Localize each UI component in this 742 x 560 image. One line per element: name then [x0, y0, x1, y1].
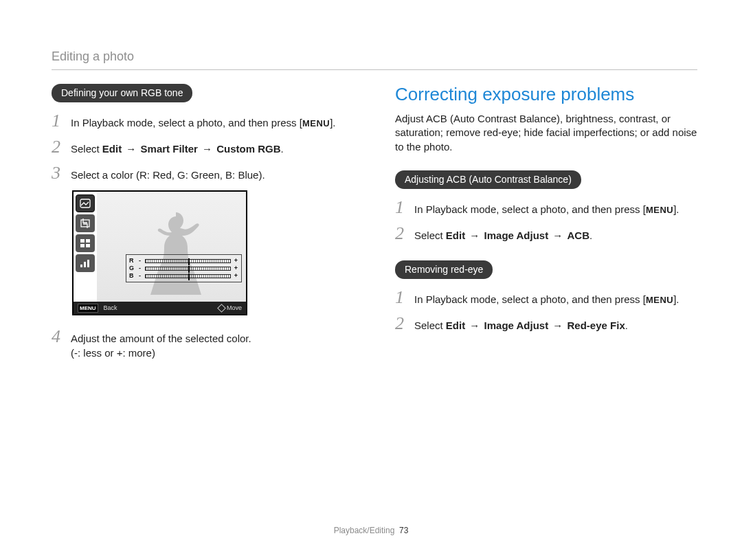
step-text: In Playback mode, select a photo, and th…	[414, 292, 679, 306]
text: Select	[414, 320, 446, 331]
right-column: Correcting exposure problems Adjust ACB …	[395, 84, 697, 368]
rgb-label-b: B	[129, 272, 135, 280]
text: Select	[71, 143, 102, 155]
footer-page: 73	[399, 526, 408, 535]
lcd-toolbar	[74, 192, 97, 302]
rgb-row: R - +	[129, 257, 238, 265]
lcd-canvas: R - + G - +	[97, 192, 246, 302]
text: .	[625, 320, 628, 331]
arrow-icon: →	[198, 143, 216, 155]
footer-move-label: Move	[227, 304, 242, 311]
step-number: 1	[52, 112, 64, 130]
step-text: Select Edit → Image Adjust → Red-eye Fix…	[414, 318, 628, 333]
plus-icon: +	[234, 272, 238, 280]
left-step-row: 1 In Playback mode, select a photo, and …	[52, 112, 354, 130]
minus-icon: -	[137, 265, 142, 272]
minus-icon: -	[137, 257, 142, 265]
lcd-footer: MENU Back Move	[74, 302, 246, 314]
arrow-icon: →	[465, 320, 484, 331]
edit-label: Edit	[102, 143, 122, 155]
path-a: Image Adjust	[484, 229, 549, 241]
plus-icon: +	[234, 257, 238, 265]
rgb-slider	[145, 259, 231, 263]
svg-rect-0	[80, 199, 90, 208]
left-step-row: 2 Select Edit → Smart Filter → Custom RG…	[52, 138, 354, 156]
left-step-row: 4 Adjust the amount of the selected colo…	[52, 328, 354, 360]
text: .	[281, 143, 284, 155]
rgb-row: G - +	[129, 265, 238, 272]
step-number: 2	[395, 225, 407, 243]
text: In Playback mode, select a photo, and th…	[71, 117, 302, 128]
edit-label: Edit	[446, 320, 465, 331]
minus-icon: -	[137, 272, 142, 280]
text: Select	[414, 229, 446, 241]
subtext: (-: less or +: more)	[71, 347, 155, 359]
step-text: Select Edit → Smart Filter → Custom RGB.	[71, 142, 284, 156]
pill-redeye: Removing red-eye	[395, 260, 493, 279]
svg-rect-4	[80, 244, 85, 247]
svg-rect-7	[84, 262, 86, 267]
step-number: 4	[52, 328, 64, 346]
step-text: Select a color (R: Red, G: Green, B: Blu…	[71, 168, 265, 182]
svg-rect-5	[86, 244, 90, 247]
menu-key-icon: MENU	[78, 304, 98, 313]
right-step-row: 2 Select Edit → Image Adjust → ACB.	[395, 225, 697, 243]
svg-rect-3	[86, 239, 90, 243]
left-step-row: 3 Select a color (R: Red, G: Green, B: B…	[52, 164, 354, 182]
menu-key: MENU	[646, 205, 673, 215]
left-column: Defining your own RGB tone 1 In Playback…	[52, 84, 354, 368]
svg-rect-6	[80, 265, 82, 267]
footer-section: Playback/Editing	[334, 526, 395, 535]
page-footer: Playback/Editing 73	[0, 526, 742, 535]
menu-key: MENU	[302, 118, 330, 128]
text: In Playback mode, select a photo, and th…	[414, 293, 646, 305]
edit-label: Edit	[446, 229, 465, 241]
step-text: In Playback mode, select a photo, and th…	[71, 115, 336, 130]
intro-paragraph: Adjust ACB (Auto Contrast Balance), brig…	[395, 112, 697, 154]
step-number: 1	[395, 199, 407, 216]
text: ].	[673, 293, 679, 305]
pill-acb: Adjusting ACB (Auto Contrast Balance)	[395, 170, 581, 189]
tool-photo-icon	[76, 194, 95, 212]
header-rule	[52, 69, 697, 70]
path-a: Smart Filter	[141, 143, 198, 155]
step-number: 3	[52, 164, 64, 182]
menu-key: MENU	[646, 295, 673, 305]
plus-icon: +	[234, 265, 238, 272]
section-heading: Correcting exposure problems	[395, 84, 697, 105]
text: .	[589, 229, 592, 241]
text: ].	[330, 117, 335, 128]
arrow-icon: →	[548, 320, 567, 331]
page-header: Editing a photo	[52, 49, 697, 64]
tool-crop-icon	[76, 214, 95, 232]
tool-levels-icon	[76, 254, 95, 272]
dpad-icon	[217, 304, 226, 313]
step-text: In Playback mode, select a photo, and th…	[414, 202, 679, 216]
step-text: Adjust the amount of the selected color.…	[71, 331, 251, 360]
rgb-slider	[145, 274, 231, 278]
step-text: Select Edit → Image Adjust → ACB.	[414, 228, 592, 243]
rgb-row: B - +	[129, 272, 238, 280]
text: In Playback mode, select a photo, and th…	[414, 203, 646, 215]
right-step-row: 1 In Playback mode, select a photo, and …	[395, 289, 697, 306]
lcd-frame: R - + G - +	[72, 190, 247, 315]
arrow-icon: →	[122, 143, 140, 155]
lcd-screenshot: R - + G - +	[72, 190, 354, 315]
rgb-label-r: R	[129, 257, 135, 265]
path-b: Red-eye Fix	[567, 320, 625, 331]
text: ].	[673, 203, 679, 215]
svg-rect-8	[87, 260, 89, 267]
svg-rect-2	[80, 239, 85, 243]
path-b: Custom RGB	[216, 143, 280, 155]
tool-grid-icon	[76, 234, 95, 252]
step-number: 1	[395, 289, 407, 306]
step-number: 2	[52, 138, 64, 156]
arrow-icon: →	[548, 229, 567, 241]
person-silhouette-icon	[135, 205, 217, 302]
svg-rect-1	[81, 220, 89, 227]
lcd-main: R - + G - +	[74, 192, 246, 302]
right-step-row: 1 In Playback mode, select a photo, and …	[395, 199, 697, 216]
right-step-row: 2 Select Edit → Image Adjust → Red-eye F…	[395, 315, 697, 333]
footer-back-label: Back	[104, 304, 117, 311]
step-number: 2	[395, 315, 407, 333]
